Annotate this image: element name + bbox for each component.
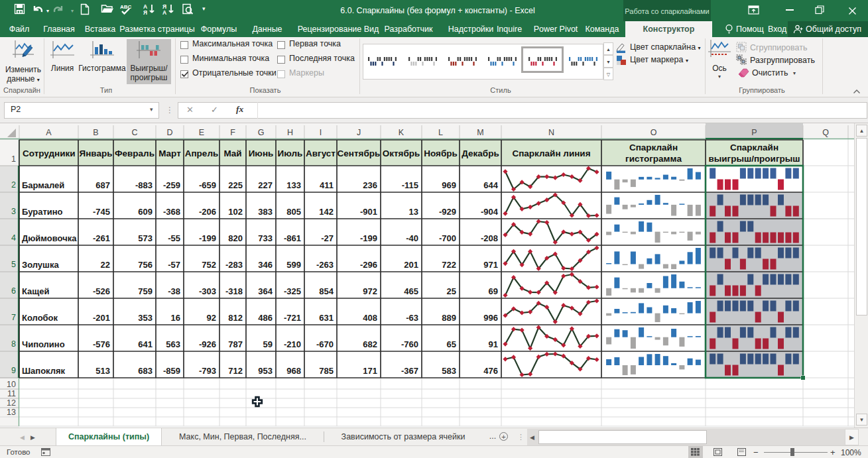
- svg-text:969: 969: [442, 180, 456, 190]
- svg-text:-793: -793: [199, 366, 216, 376]
- svg-text:-318: -318: [225, 286, 243, 296]
- svg-text:Спарклайн линия: Спарклайн линия: [512, 148, 590, 158]
- svg-text:11: 11: [7, 389, 16, 398]
- svg-text:Май: Май: [223, 148, 241, 158]
- svg-text:O: O: [651, 128, 657, 137]
- svg-text:91: 91: [489, 339, 498, 349]
- svg-text:968: 968: [286, 366, 301, 376]
- svg-text:-721: -721: [284, 313, 301, 323]
- svg-text:722: 722: [442, 260, 456, 270]
- svg-text:Q: Q: [822, 128, 829, 137]
- svg-text:609: 609: [138, 207, 153, 217]
- svg-text:-57: -57: [168, 260, 180, 270]
- svg-text:Шапокляк: Шапокляк: [22, 366, 66, 376]
- svg-text:-259: -259: [163, 180, 180, 190]
- svg-text:-659: -659: [199, 180, 216, 190]
- svg-text:5: 5: [11, 260, 16, 269]
- svg-text:383: 383: [258, 207, 273, 217]
- svg-text:Дюймовочка: Дюймовочка: [22, 233, 77, 243]
- svg-text:225: 225: [228, 180, 243, 190]
- svg-text:Август: Август: [306, 148, 336, 158]
- svg-text:4: 4: [11, 233, 16, 243]
- svg-text:Июль: Июль: [278, 148, 303, 158]
- svg-text:16: 16: [171, 313, 180, 323]
- svg-text:13: 13: [7, 408, 16, 417]
- svg-text:-368: -368: [163, 207, 180, 217]
- svg-text:I: I: [320, 128, 322, 137]
- svg-text:-63: -63: [406, 313, 418, 323]
- svg-text:583: 583: [442, 366, 456, 376]
- svg-text:Сотрудники: Сотрудники: [23, 148, 76, 158]
- svg-text:476: 476: [483, 366, 498, 376]
- svg-text:683: 683: [138, 366, 153, 376]
- svg-text:Июнь: Июнь: [249, 148, 274, 158]
- svg-text:-745: -745: [93, 207, 110, 217]
- svg-text:Бармалей: Бармалей: [22, 180, 64, 190]
- svg-text:P: P: [751, 128, 757, 137]
- svg-text:C: C: [131, 128, 137, 137]
- svg-text:K: K: [399, 128, 404, 137]
- svg-text:971: 971: [483, 260, 498, 270]
- svg-text:8: 8: [11, 339, 16, 349]
- svg-text:-199: -199: [199, 233, 216, 243]
- svg-text:Октябрь: Октябрь: [383, 148, 420, 158]
- svg-text:805: 805: [286, 207, 301, 217]
- svg-text:Я: Я: [143, 9, 147, 15]
- svg-text:682: 682: [363, 339, 377, 349]
- svg-text:486: 486: [258, 313, 273, 323]
- svg-text:-760: -760: [401, 339, 418, 349]
- svg-text:Золушка: Золушка: [22, 260, 59, 270]
- svg-text:-926: -926: [199, 339, 216, 349]
- svg-text:Чиполино: Чиполино: [22, 339, 65, 349]
- svg-text:Сентябрь: Сентябрь: [338, 148, 381, 158]
- svg-text:Февраль: Февраль: [115, 148, 155, 158]
- svg-text:N: N: [548, 128, 554, 137]
- svg-text:-367: -367: [401, 366, 418, 376]
- svg-text:756: 756: [138, 260, 153, 270]
- svg-text:-325: -325: [284, 286, 301, 296]
- svg-text:Колобок: Колобок: [22, 313, 58, 323]
- svg-text:-670: -670: [316, 339, 334, 349]
- svg-text:-576: -576: [93, 339, 110, 349]
- svg-text:-199: -199: [360, 233, 377, 243]
- svg-text:171: 171: [363, 366, 377, 376]
- svg-text:-261: -261: [93, 233, 110, 243]
- svg-text:644: 644: [483, 180, 498, 190]
- svg-text:-929: -929: [439, 207, 456, 217]
- svg-text:10: 10: [7, 380, 16, 389]
- svg-text:-55: -55: [168, 233, 180, 243]
- svg-text:выигрыш/проигрыш: выигрыш/проигрыш: [708, 154, 800, 164]
- svg-text:2: 2: [11, 180, 16, 190]
- svg-text:H: H: [287, 128, 293, 137]
- svg-text:996: 996: [483, 313, 498, 323]
- svg-text:408: 408: [363, 313, 377, 323]
- svg-text:7: 7: [11, 313, 16, 322]
- svg-text:820: 820: [228, 233, 243, 243]
- svg-text:Декабрь: Декабрь: [462, 148, 499, 158]
- svg-text:201: 201: [404, 260, 418, 270]
- svg-text:-206: -206: [199, 207, 216, 217]
- svg-text:-38: -38: [168, 286, 180, 296]
- svg-text:9: 9: [11, 366, 16, 375]
- svg-text:889: 889: [442, 313, 456, 323]
- svg-text:573: 573: [138, 233, 153, 243]
- svg-text:Ноябрь: Ноябрь: [424, 148, 458, 158]
- svg-text:13: 13: [409, 207, 418, 217]
- svg-text:133: 133: [286, 180, 301, 190]
- svg-text:-208: -208: [481, 233, 498, 243]
- svg-text:L: L: [438, 128, 443, 137]
- svg-text:465: 465: [404, 286, 418, 296]
- svg-text:812: 812: [228, 313, 243, 323]
- svg-text:854: 854: [319, 286, 334, 296]
- svg-text:-27: -27: [321, 233, 334, 243]
- svg-text:-263: -263: [316, 260, 334, 270]
- svg-text:411: 411: [320, 180, 334, 190]
- svg-text:A: A: [46, 128, 52, 137]
- svg-text:631: 631: [319, 313, 334, 323]
- svg-text:Кащей: Кащей: [22, 286, 50, 296]
- svg-text:65: 65: [447, 339, 456, 349]
- svg-text:M: M: [477, 128, 483, 137]
- svg-text:Спарклайн: Спарклайн: [730, 143, 778, 152]
- svg-text:6: 6: [11, 286, 16, 296]
- svg-text:-901: -901: [360, 207, 377, 217]
